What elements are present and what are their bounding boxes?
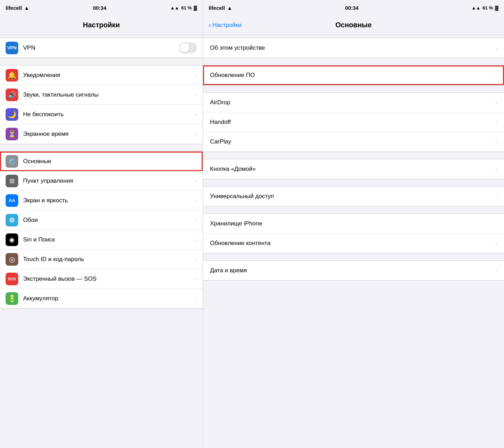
- airdrop-row[interactable]: AirDrop ›: [203, 93, 504, 112]
- about-row[interactable]: Об этом устройстве ›: [203, 38, 504, 58]
- donotdisturb-row[interactable]: 🌙 Не беспокоить ›: [0, 105, 203, 124]
- datetime-label: Дата и время: [210, 267, 495, 274]
- airdrop-chevron: ›: [495, 99, 497, 105]
- sounds-row[interactable]: 🔊 Звуки, тактильные сигналы ›: [0, 85, 203, 105]
- handoff-label: Handoff: [210, 119, 495, 126]
- left-nav-title: Настройки: [83, 21, 120, 29]
- display-row[interactable]: AA Экран и яркость ›: [0, 191, 203, 210]
- left-panel: lifecell ▲ 00:34 ▲▲ 61 % ▓ Настройки VPN…: [0, 0, 203, 448]
- right-section-software: Обновление ПО ›: [203, 65, 504, 85]
- touchid-label: Touch ID и код-пароль: [23, 256, 195, 263]
- screentime-label: Экранное время: [23, 131, 195, 138]
- carplay-row[interactable]: CarPlay ›: [203, 132, 504, 152]
- siri-row[interactable]: ◉ Siri и Поиск ›: [0, 230, 203, 250]
- left-time: 00:34: [93, 5, 106, 11]
- right-section-about: Об этом устройстве ›: [203, 38, 504, 58]
- left-wifi-icon: ▲: [24, 5, 29, 11]
- airdrop-label: AirDrop: [210, 99, 495, 106]
- general-icon: ⚙️: [6, 155, 18, 168]
- right-section-storage: Хранилище iPhone › Обновление контента ›: [203, 214, 504, 253]
- sos-icon: SOS: [6, 273, 18, 285]
- accessibility-row[interactable]: Универсальный доступ ›: [203, 187, 504, 206]
- right-nav-back-label: Настройки: [212, 22, 241, 29]
- content-refresh-row[interactable]: Обновление контента ›: [203, 233, 504, 253]
- display-icon: AA: [6, 194, 18, 207]
- battery-label: Аккумулятор: [23, 295, 195, 302]
- carplay-label: CarPlay: [210, 138, 495, 145]
- wallpaper-row[interactable]: ❁ Обои ›: [0, 210, 203, 230]
- datetime-chevron: ›: [495, 268, 497, 274]
- left-section-general: ⚙️ Основные › ⊞ Пункт управления › AA: [0, 151, 203, 309]
- sounds-label: Звуки, тактильные сигналы: [23, 91, 195, 98]
- content-refresh-label: Обновление контента: [210, 240, 495, 247]
- carplay-chevron: ›: [495, 139, 497, 145]
- right-section-airdrop: AirDrop › Handoff › CarPlay ›: [203, 92, 504, 152]
- controlcenter-icon: ⊞: [6, 175, 18, 187]
- vpn-label: VPN: [23, 44, 179, 51]
- homebutton-row[interactable]: Кнопка «Домой» ›: [203, 159, 504, 179]
- controlcenter-row[interactable]: ⊞ Пункт управления ›: [0, 171, 203, 191]
- vpn-icon: VPN: [6, 42, 18, 54]
- siri-icon: ◉: [6, 233, 18, 246]
- battery-row[interactable]: 🔋 Аккумулятор ›: [0, 289, 203, 308]
- general-row[interactable]: ⚙️ Основные ›: [0, 152, 203, 171]
- accessibility-chevron: ›: [495, 194, 497, 200]
- donotdisturb-label: Не беспокоить: [23, 111, 195, 118]
- screentime-chevron: ›: [195, 131, 197, 137]
- screentime-icon: ⏳: [6, 128, 18, 140]
- left-carrier: lifecell: [6, 5, 22, 11]
- right-nav-title: Основные: [335, 21, 372, 29]
- left-carrier-wifi: lifecell ▲: [6, 5, 29, 11]
- wallpaper-label: Обои: [23, 217, 195, 224]
- right-time: 00:34: [345, 5, 358, 11]
- about-label: Об этом устройстве: [210, 44, 495, 51]
- notifications-row[interactable]: 🔔 Уведомления ›: [0, 65, 203, 85]
- right-signal-icon: ▲▲: [471, 5, 481, 10]
- controlcenter-label: Пункт управления: [23, 177, 195, 184]
- datetime-row[interactable]: Дата и время ›: [203, 261, 504, 280]
- storage-chevron: ›: [495, 220, 497, 226]
- right-nav-back[interactable]: ‹ Настройки: [209, 21, 241, 29]
- touchid-row[interactable]: ◎ Touch ID и код-пароль ›: [0, 250, 203, 269]
- accessibility-label: Универсальный доступ: [210, 193, 495, 200]
- handoff-chevron: ›: [495, 119, 497, 125]
- siri-chevron: ›: [195, 237, 197, 243]
- left-section-notifications: 🔔 Уведомления › 🔊 Звуки, тактильные сигн…: [0, 65, 203, 144]
- right-battery: 61 %: [483, 5, 493, 10]
- right-carrier-wifi: lifecell ▲: [209, 5, 232, 11]
- donotdisturb-icon: 🌙: [6, 108, 18, 121]
- wallpaper-icon: ❁: [6, 214, 18, 226]
- sos-label: Экстренный вызов — SOS: [23, 275, 195, 282]
- vpn-row[interactable]: VPN VPN: [0, 38, 203, 58]
- software-update-row[interactable]: Обновление ПО ›: [203, 65, 504, 85]
- left-nav-bar: Настройки: [0, 15, 203, 35]
- screentime-row[interactable]: ⏳ Экранное время ›: [0, 124, 203, 144]
- about-chevron: ›: [495, 45, 497, 51]
- right-section-homebutton: Кнопка «Домой» ›: [203, 159, 504, 179]
- homebutton-chevron: ›: [495, 166, 497, 172]
- notifications-icon: 🔔: [6, 69, 18, 82]
- right-settings-list: Об этом устройстве › Обновление ПО › Air…: [203, 35, 504, 448]
- right-battery-icon: ▓: [495, 5, 498, 10]
- software-update-label: Обновление ПО: [210, 72, 495, 79]
- display-chevron: ›: [195, 197, 197, 203]
- left-right-status: ▲▲ 61 % ▓: [170, 5, 197, 10]
- battery-icon: 🔋: [6, 292, 18, 305]
- storage-row[interactable]: Хранилище iPhone ›: [203, 214, 504, 233]
- right-section-datetime: Дата и время ›: [203, 260, 504, 281]
- right-panel: lifecell ▲ 00:34 ▲▲ 61 % ▓ ‹ Настройки О…: [203, 0, 504, 448]
- general-label: Основные: [23, 158, 195, 165]
- sos-chevron: ›: [195, 276, 197, 282]
- vpn-toggle[interactable]: [179, 42, 197, 53]
- sos-row[interactable]: SOS Экстренный вызов — SOS ›: [0, 269, 203, 289]
- display-label: Экран и яркость: [23, 197, 195, 204]
- handoff-row[interactable]: Handoff ›: [203, 112, 504, 132]
- left-signal-icon: ▲▲: [170, 5, 179, 10]
- controlcenter-chevron: ›: [195, 178, 197, 184]
- right-status-bar: lifecell ▲ 00:34 ▲▲ 61 % ▓: [203, 0, 504, 15]
- right-nav-back-chevron-icon: ‹: [209, 21, 211, 29]
- notifications-label: Уведомления: [23, 72, 195, 79]
- right-nav-bar: ‹ Настройки Основные: [203, 15, 504, 35]
- left-status-bar: lifecell ▲ 00:34 ▲▲ 61 % ▓: [0, 0, 203, 15]
- right-wifi-icon: ▲: [227, 5, 232, 11]
